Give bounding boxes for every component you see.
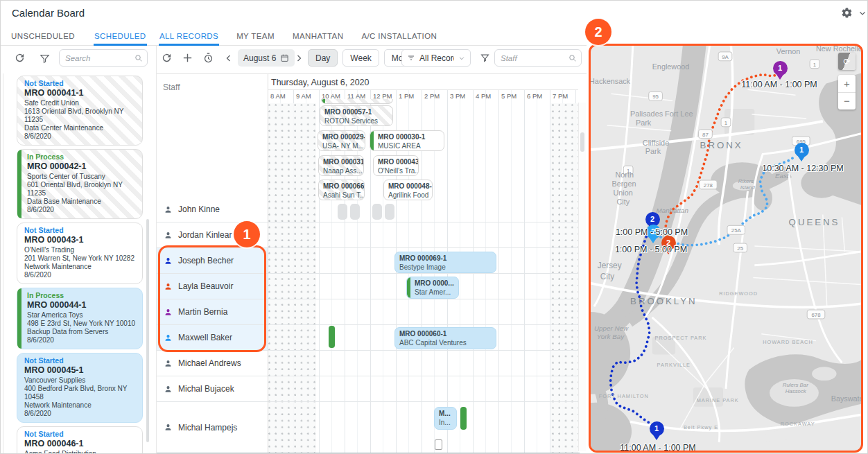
map-place-label: BRONX — [700, 140, 743, 150]
staff-name: John Kinne — [178, 204, 220, 214]
zoom-out-button[interactable]: − — [838, 92, 856, 110]
staff-cell-layla-beauvoir[interactable]: Layla Beauvoir — [157, 274, 268, 299]
road-shield-label: 87 — [702, 132, 709, 138]
staff-row-michael-andrews[interactable]: Michael Andrews — [157, 351, 578, 376]
event-green-sliver[interactable] — [329, 326, 335, 348]
view-button-day[interactable]: Day — [308, 49, 338, 67]
staff-row-layla-beauvoir[interactable]: Layla Beauvoir — [157, 274, 578, 299]
map-place-label: Manhattan — [657, 207, 689, 214]
calendar-grid: Staff Thursday, August 6, 2020 8 AM9 AM1… — [157, 73, 587, 454]
staff-row-maxwell-baker[interactable]: Maxwell Baker — [157, 325, 578, 351]
event-ghost-box[interactable] — [435, 439, 442, 450]
work-order-card[interactable]: In ProcessMRO 000042-1Sports Center of T… — [17, 149, 143, 219]
calendar-scrollbar-thumb[interactable] — [580, 132, 584, 152]
calendar-event[interactable]: MRO 000043-1O'Neill's Tra... — [373, 155, 419, 176]
zoom-in-button[interactable]: + — [838, 75, 856, 92]
staff-row-martin-bernia[interactable]: Martin Bernia — [157, 299, 578, 325]
staff-cell-michal-bujacek[interactable]: Michal Bujacek — [157, 376, 268, 401]
date-chip[interactable]: August 6 — [238, 49, 295, 67]
calendar-event[interactable]: MRO 000031-1Naaap Ass... — [318, 155, 364, 176]
calendar-event[interactable]: MRO 000060-1ABC Capital Ventures — [394, 327, 496, 349]
work-order-card[interactable]: Not StartedMRO 000041-1Safe Credit Union… — [17, 76, 143, 146]
staff-row-michal-bujacek[interactable]: Michal Bujacek — [157, 376, 578, 402]
card-id: MRO 000043-1 — [24, 235, 136, 245]
records-filter-dropdown[interactable]: All Records — [401, 49, 471, 67]
work-order-card[interactable]: Not StartedMRO 000045-1Vancouver Supplie… — [17, 353, 143, 423]
hour-label: 9 AM — [296, 92, 311, 100]
staff-name: Martin Bernia — [178, 307, 227, 317]
tab-my-team[interactable]: MY TEAM — [236, 29, 275, 46]
staff-cell-john-kinne[interactable]: John Kinne — [157, 197, 268, 222]
overflow-event-pill[interactable] — [350, 204, 360, 220]
card-line: 498 E 23rd St, New York NY 10010 — [27, 320, 136, 328]
event-title: MRO 0000... — [415, 279, 454, 288]
calendar-refresh-icon[interactable] — [161, 52, 173, 64]
overflow-event-pill[interactable] — [385, 204, 394, 220]
filter-icon[interactable] — [39, 53, 51, 64]
map-marker-1[interactable]: 1 — [650, 421, 664, 436]
overflow-event-pill[interactable] — [338, 204, 347, 220]
staff-search-input[interactable] — [501, 54, 568, 62]
person-icon — [164, 385, 173, 394]
calendar-event[interactable]: MRO 000029-1USA- NY M... — [318, 130, 365, 151]
work-order-card[interactable]: Not StartedMRO 000043-1O'Neill's Trading… — [17, 222, 143, 284]
event-title: MRO 000043-1 — [378, 157, 414, 166]
staff-cell-maxwell-baker[interactable]: Maxwell Baker — [157, 325, 268, 350]
staff-filter-icon[interactable] — [480, 53, 490, 63]
staff-name: Jordan Kinlear — [178, 230, 232, 240]
staff-cell-michael-andrews[interactable]: Michael Andrews — [157, 351, 268, 376]
tab-all-records[interactable]: ALL RECORDS — [159, 29, 219, 46]
calendar-event[interactable]: MRO 000048-1Agrilink Food — [383, 180, 433, 200]
hour-label: 5 PM — [501, 92, 517, 100]
card-id: MRO 000046-1 — [24, 439, 136, 449]
work-order-card[interactable]: Not StartedMRO 000046-1Acme Food Distrib… — [17, 426, 143, 453]
staff-row-jordan-kinlear[interactable]: Jordan Kinlear — [157, 222, 578, 248]
chevron-right-icon[interactable] — [295, 54, 303, 62]
calendar-scrollbar-track[interactable] — [578, 103, 586, 451]
add-icon[interactable] — [182, 52, 193, 64]
calendar-event[interactable]: MRO 000069-1Bestype Image — [394, 252, 496, 273]
calendar-event[interactable]: MRO 000057-1ROTON Services — [320, 105, 393, 126]
calendar-event[interactable] — [321, 99, 393, 104]
view-button-week[interactable]: Week — [342, 49, 379, 67]
cards-scrollbar[interactable] — [146, 219, 149, 442]
staff-row-michal-hampejs[interactable]: Michal Hampejs — [157, 402, 578, 453]
chevron-down-icon[interactable] — [858, 9, 867, 17]
person-icon — [164, 423, 173, 432]
calendar-event[interactable]: M...In... — [434, 407, 457, 430]
calendar-event[interactable]: MRO 0000...Star Amer... — [406, 277, 459, 299]
staff-column-header: Staff — [163, 82, 180, 92]
search-input[interactable] — [65, 54, 134, 62]
card-status: Not Started — [24, 430, 136, 439]
staff-cell-martin-bernia[interactable]: Martin Bernia — [157, 299, 268, 324]
map-panel[interactable]: 9A951187695127825A25678VernonNew Rochell… — [589, 44, 863, 453]
card-line: 8/6/2020 — [24, 271, 136, 279]
map-place-label: Bayswater — [831, 394, 861, 403]
staff-cell-michal-hampejs[interactable]: Michal Hampejs — [157, 402, 268, 453]
map-place-label: Englewood — [652, 62, 690, 71]
card-line: Acme Food Distribution — [24, 450, 136, 453]
overflow-event-pill[interactable] — [372, 204, 382, 220]
road-shield-label: 1 — [724, 120, 727, 126]
tab-scheduled[interactable]: SCHEDULED — [94, 29, 147, 46]
tab-a-c-installation[interactable]: A/C INSTALLATION — [361, 29, 437, 46]
calendar-event[interactable]: MRO 000030-1MUSIC AREA — [370, 130, 444, 151]
event-subtitle: USA- NY M... — [322, 141, 361, 150]
timer-icon[interactable] — [202, 52, 214, 64]
event-green-sliver[interactable] — [460, 407, 467, 430]
card-status: Not Started — [24, 79, 136, 88]
staff-row-joseph-becher[interactable]: Joseph Becher — [157, 248, 578, 274]
tab-manhattan[interactable]: MANHATTAN — [292, 29, 344, 46]
staff-cell-joseph-becher[interactable]: Joseph Becher — [157, 248, 268, 273]
map-marker-1[interactable]: 1 — [795, 143, 809, 157]
road-shield-label: 9A — [722, 54, 729, 60]
refresh-icon[interactable] — [14, 52, 26, 64]
chevron-left-icon[interactable] — [225, 54, 233, 62]
tab-unscheduled[interactable]: UNSCHEDULED — [10, 29, 76, 46]
work-order-card[interactable]: In ProcessMRO 000044-1Star America Toys4… — [17, 288, 143, 349]
staff-row-john-kinne[interactable]: John Kinne — [157, 197, 578, 222]
map-layers-button[interactable]: ⟳ — [838, 53, 856, 70]
map-marker-1[interactable]: 1 — [773, 61, 788, 76]
calendar-event[interactable]: MRO 000066-1Asahi Sun T... — [318, 180, 365, 200]
gear-icon[interactable] — [841, 7, 853, 19]
